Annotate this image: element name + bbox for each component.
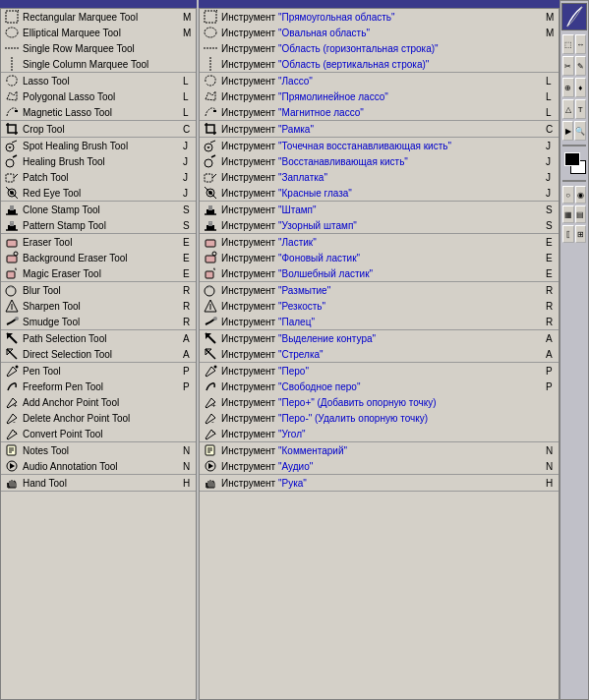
tool-row-left[interactable]: Convert Point Tool: [1, 426, 196, 441]
heal-sidebar-btn[interactable]: ⊕: [562, 78, 574, 97]
tool-row-left[interactable]: Eraser ToolE: [1, 234, 196, 250]
tool-row-left[interactable]: Direct Selection ToolA: [1, 346, 196, 362]
max-screen-btn[interactable]: ▤: [575, 205, 587, 223]
zoom-sidebar-btn[interactable]: 🔍: [574, 121, 586, 141]
tool-row-right[interactable]: Инструмент "Аудио"N: [200, 458, 559, 474]
tool-row-right[interactable]: Инструмент "Палец"R: [200, 314, 559, 329]
svg-point-41: [205, 28, 216, 37]
tool-row-right[interactable]: Инструмент "Восстанавливающая кисть"J: [200, 153, 559, 169]
tool-row-right[interactable]: Инструмент "Прямолинейное лассо"L: [200, 88, 559, 104]
tool-row-right[interactable]: Инструмент "Свободное перо"P: [200, 379, 559, 394]
tool-name-left: Elliptical Marquee Tool: [23, 28, 180, 38]
tool-row-left[interactable]: Blur ToolR: [1, 282, 196, 298]
tool-row-left[interactable]: Elliptical Marquee ToolM: [1, 25, 196, 40]
tool-row-right[interactable]: Инструмент "Рука"H: [200, 475, 559, 491]
tool-row-left[interactable]: Smudge ToolR: [1, 314, 196, 329]
tool-row-right[interactable]: Инструмент "Заплатка"J: [200, 169, 559, 185]
tool-row-left[interactable]: Spot Healing Brush ToolJ: [1, 138, 196, 153]
tool-row-right[interactable]: Инструмент "Ластик"E: [200, 234, 559, 250]
tool-row-left[interactable]: Polygonal Lasso ToolL: [1, 88, 196, 104]
tool-key-ru: L: [546, 107, 556, 118]
tool-row-left[interactable]: Magnetic Lasso ToolL: [1, 104, 196, 120]
tool-row-right[interactable]: Инструмент "Перо"P: [200, 363, 559, 379]
svg-rect-21: [7, 240, 17, 247]
blur-sidebar-btn[interactable]: △: [562, 99, 574, 119]
mag-lasso-icon: [4, 105, 20, 119]
tool-row-right[interactable]: Инструмент "Фоновый ластик"E: [200, 250, 559, 265]
tool-row-right[interactable]: Инструмент "Красные глаза"J: [200, 185, 559, 201]
spot-heal-icon: [4, 139, 20, 152]
tool-row-left[interactable]: Red Eye ToolJ: [1, 185, 196, 201]
tool-key-ru: M: [546, 28, 556, 38]
tool-row-right[interactable]: Инструмент "Угол": [200, 426, 559, 441]
tool-name-left: Path Selection Tool: [23, 333, 180, 344]
svg-point-23: [14, 252, 18, 256]
ru-tool-icon: [203, 443, 218, 457]
tool-row-left[interactable]: Patch ToolJ: [1, 169, 196, 185]
tool-row-right[interactable]: Инструмент "Область (горизонтальная стро…: [200, 40, 559, 56]
tool-key: C: [183, 124, 193, 135]
tool-key: E: [183, 237, 193, 248]
tool-row-left[interactable]: Healing Brush ToolJ: [1, 153, 196, 169]
tool-row-left[interactable]: Sharpen ToolR: [1, 298, 196, 314]
std-mode-btn[interactable]: ○: [562, 186, 574, 204]
color-swatches[interactable]: [562, 152, 588, 174]
tool-row-left[interactable]: Lasso ToolL: [1, 73, 196, 88]
tool-row-right[interactable]: Инструмент "Выделение контура"A: [200, 330, 559, 346]
foreground-color-swatch[interactable]: [564, 152, 580, 166]
tool-row-left[interactable]: -Delete Anchor Point Tool: [1, 410, 196, 426]
tool-row-left[interactable]: Single Row Marquee Tool: [1, 40, 196, 56]
path-sel-sidebar-btn[interactable]: ▶: [562, 121, 573, 141]
type-sidebar-btn[interactable]: T: [575, 99, 587, 119]
tool-row-right[interactable]: Инструмент "Резкость"R: [200, 298, 559, 314]
pen-sidebar-btn[interactable]: ✎: [575, 56, 587, 76]
move-sidebar-btn[interactable]: ↔: [575, 34, 587, 54]
tool-row-right[interactable]: Инструмент "Магнитное лассо"L: [200, 104, 559, 120]
main-container: Rectangular Marquee ToolMElliptical Marq…: [0, 0, 589, 700]
tool-row-left[interactable]: +Add Anchor Point Tool: [1, 394, 196, 410]
tool-row-left[interactable]: Freeform Pen ToolP: [1, 379, 196, 394]
tool-row-right[interactable]: Инструмент "Область (вертикальная строка…: [200, 56, 559, 72]
tool-row-left[interactable]: Single Column Marquee Tool: [1, 56, 196, 72]
tool-row-left[interactable]: Notes ToolN: [1, 442, 196, 458]
tool-row-right[interactable]: Инструмент "Размытие"R: [200, 282, 559, 298]
tool-row-right[interactable]: Инструмент "Овальная область"M: [200, 25, 559, 40]
tool-row-left[interactable]: Crop ToolC: [1, 121, 196, 137]
tool-row-right[interactable]: Инструмент "Рамка"C: [200, 121, 559, 137]
tool-row-right[interactable]: Инструмент "Штамп"S: [200, 202, 559, 217]
svg-point-47: [205, 159, 212, 167]
tool-key: H: [183, 478, 193, 489]
jump-btn[interactable]: ⟦: [562, 225, 574, 243]
tool-row-left[interactable]: Background Eraser ToolE: [1, 250, 196, 265]
tool-row-right[interactable]: Инструмент "Стрелка"A: [200, 346, 559, 362]
std-screen-btn[interactable]: ▦: [562, 205, 574, 223]
tool-row-right[interactable]: Инструмент "Комментарий"N: [200, 442, 559, 458]
tool-row-left[interactable]: Clone Stamp ToolS: [1, 202, 196, 217]
tool-name-left: Clone Stamp Tool: [23, 204, 180, 215]
tool-row-left[interactable]: Pen ToolP: [1, 363, 196, 379]
tool-name-left: Hand Tool: [23, 478, 180, 489]
marquee-sidebar-btn[interactable]: ⬚: [562, 34, 574, 54]
tool-row-right[interactable]: +Инструмент "Перо+" (Добавить опорную то…: [200, 394, 559, 410]
ru-tool-icon: [203, 235, 218, 249]
tool-row-right[interactable]: Инструмент "Лассо"L: [200, 73, 559, 88]
stamp-sidebar-btn[interactable]: ♦: [575, 78, 587, 97]
tool-row-left[interactable]: Audio Annotation ToolN: [1, 458, 196, 474]
tool-key-ru: R: [546, 301, 556, 312]
tool-row-left[interactable]: Magic Eraser ToolE: [1, 265, 196, 281]
tool-row-left[interactable]: ~Pattern Stamp ToolS: [1, 217, 196, 233]
section-ru-blur: Инструмент "Размытие"RИнструмент "Резкос…: [200, 282, 559, 330]
tool-row-left[interactable]: Rectangular Marquee ToolM: [1, 9, 196, 25]
tool-row-right[interactable]: Инструмент "Волшебный ластик"E: [200, 265, 559, 281]
tool-row-right[interactable]: -Инструмент "Перо-" (Удалить опорную точ…: [200, 410, 559, 426]
tool-row-left[interactable]: Path Selection ToolA: [1, 330, 196, 346]
tool-row-right[interactable]: Инструмент "Точечная восстанавливающая к…: [200, 138, 559, 153]
quick-mask-btn[interactable]: ◉: [575, 186, 587, 204]
tool-name-left: Audio Annotation Tool: [23, 461, 180, 472]
tool-row-right[interactable]: ~Инструмент "Узорный штамп"S: [200, 217, 559, 233]
tool-row-left[interactable]: Hand ToolH: [1, 475, 196, 491]
tool-row-right[interactable]: Инструмент "Прямоугольная область"M: [200, 9, 559, 25]
freeform-pen-icon: [4, 379, 20, 393]
crop-sidebar-btn[interactable]: ✂: [562, 56, 574, 76]
imageready-btn[interactable]: ⊞: [575, 225, 587, 243]
